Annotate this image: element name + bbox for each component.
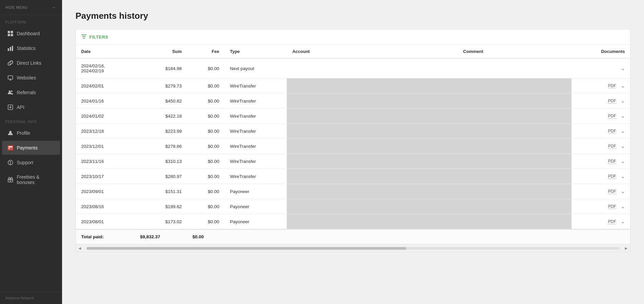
cell-fee: $0.00: [187, 139, 225, 154]
scroll-left-arrow[interactable]: ◀: [76, 246, 84, 250]
sidebar-item-profile[interactable]: Profile: [2, 126, 60, 140]
svg-rect-5: [10, 47, 11, 51]
payments-table: Date Sum Fee Type Account Comment Docume…: [76, 45, 630, 244]
cell-documents[interactable]: PDF⌄: [572, 109, 630, 124]
person-icon: [7, 130, 13, 136]
row-expand-chevron[interactable]: ⌄: [621, 83, 625, 88]
cell-fee: $0.00: [187, 94, 225, 109]
cell-account: [287, 139, 458, 154]
dashboard-icon: [7, 31, 13, 37]
sidebar-item-direct-links[interactable]: Direct Links: [2, 56, 60, 70]
cell-fee: $0.00: [187, 184, 225, 199]
row-expand-chevron[interactable]: ⌄: [621, 189, 625, 194]
payments-table-container: FILTERS Date Sum Fee Type Account Commen…: [75, 29, 631, 252]
pdf-link[interactable]: PDF: [608, 204, 616, 209]
cell-documents[interactable]: PDF⌄: [572, 124, 630, 139]
cell-sum: $422.18: [135, 109, 187, 124]
sidebar-item-statistics[interactable]: Statistics: [2, 41, 60, 55]
cell-date: 2023/12/18: [76, 124, 135, 139]
sidebar-item-dashboard[interactable]: Dashboard: [2, 26, 60, 41]
table-row: 2024/01/16$450.82$0.00WireTransferPDF⌄: [76, 94, 630, 109]
cell-comment: [458, 184, 572, 199]
cell-type: Payoneer: [224, 214, 287, 230]
cell-comment: [458, 58, 572, 78]
pdf-link[interactable]: PDF: [608, 129, 616, 134]
cell-documents: ⌄: [572, 58, 630, 78]
sidebar-item-payments[interactable]: Payments: [2, 141, 60, 155]
row-expand-chevron[interactable]: ⌄: [621, 219, 625, 224]
cell-documents[interactable]: PDF⌄: [572, 199, 630, 214]
cell-type: Next payout: [224, 58, 287, 78]
cell-date: 2023/08/01: [76, 214, 135, 230]
cell-type: WireTransfer: [224, 109, 287, 124]
filters-bar[interactable]: FILTERS: [76, 29, 630, 45]
cell-documents[interactable]: PDF⌄: [572, 94, 630, 109]
cell-sum: $184.98: [135, 58, 187, 78]
totals-label: Total paid:: [76, 229, 135, 244]
sidebar-item-websites[interactable]: Websites: [2, 71, 60, 85]
row-expand-chevron[interactable]: ⌄: [621, 98, 625, 104]
pdf-link[interactable]: PDF: [608, 189, 616, 194]
totals-fee: $0.00: [187, 229, 225, 244]
row-expand-chevron[interactable]: ⌄: [621, 66, 625, 71]
row-expand-chevron[interactable]: ⌄: [621, 128, 625, 134]
pdf-link[interactable]: PDF: [608, 99, 616, 104]
cell-date: 2024/01/02: [76, 109, 135, 124]
svg-rect-16: [8, 146, 12, 147]
scroll-track[interactable]: [87, 247, 620, 250]
cell-comment: [458, 214, 572, 230]
row-expand-chevron[interactable]: ⌄: [621, 204, 625, 209]
cell-fee: $0.00: [187, 58, 225, 78]
hide-menu-arrow-icon: ←: [52, 5, 57, 10]
cell-account: [287, 78, 458, 94]
cell-date: 2023/10/17: [76, 169, 135, 184]
pdf-link[interactable]: PDF: [608, 219, 616, 224]
row-expand-chevron[interactable]: ⌄: [621, 174, 625, 179]
cell-sum: $279.73: [135, 78, 187, 94]
cell-documents[interactable]: PDF⌄: [572, 78, 630, 94]
cell-sum: $223.99: [135, 124, 187, 139]
row-expand-chevron[interactable]: ⌄: [621, 159, 625, 164]
scroll-right-arrow[interactable]: ▶: [622, 246, 630, 250]
table-row: 2023/11/16$310.13$0.00WireTransferPDF⌄: [76, 154, 630, 169]
pdf-link[interactable]: PDF: [608, 114, 616, 119]
horizontal-scrollbar[interactable]: ◀ ▶: [76, 244, 630, 252]
gift-icon: [7, 177, 13, 183]
cell-date: 2023/08/16: [76, 199, 135, 214]
cell-comment: [458, 199, 572, 214]
cell-date: 2023/09/01: [76, 184, 135, 199]
pdf-link[interactable]: PDF: [608, 159, 616, 164]
cell-documents[interactable]: PDF⌄: [572, 214, 630, 230]
cell-account: [287, 154, 458, 169]
cell-documents[interactable]: PDF⌄: [572, 139, 630, 154]
sidebar-item-freebies[interactable]: Freebies & bonuses: [2, 170, 60, 189]
pdf-link[interactable]: PDF: [608, 174, 616, 179]
cell-account: [287, 199, 458, 214]
cell-documents[interactable]: PDF⌄: [572, 169, 630, 184]
cell-documents[interactable]: PDF⌄: [572, 184, 630, 199]
col-comment: Comment: [458, 45, 572, 58]
cell-comment: [458, 124, 572, 139]
pdf-link[interactable]: PDF: [608, 83, 616, 88]
col-documents: Documents: [572, 45, 630, 58]
cell-sum: $151.31: [135, 184, 187, 199]
payments-icon: [7, 145, 13, 151]
pdf-link[interactable]: PDF: [608, 144, 616, 149]
cell-documents[interactable]: PDF⌄: [572, 154, 630, 169]
sidebar: HIDE MENU ← PLATFORM Dashboard Statistic…: [0, 0, 62, 304]
personal-info-section-label: PERSONAL INFO: [0, 115, 62, 126]
cell-fee: $0.00: [187, 154, 225, 169]
sidebar-item-referrals[interactable]: Referrals: [2, 85, 60, 100]
hide-menu-button[interactable]: HIDE MENU ←: [0, 0, 62, 15]
cell-sum: $310.13: [135, 154, 187, 169]
row-expand-chevron[interactable]: ⌄: [621, 113, 625, 119]
sidebar-item-support[interactable]: Support: [2, 156, 60, 170]
table-row: 2023/08/16$199.62$0.00PayoneerPDF⌄: [76, 199, 630, 214]
main-content: Payments history FILTERS Date Sum Fee Ty…: [62, 0, 644, 304]
sidebar-item-statistics-label: Statistics: [17, 46, 36, 51]
sidebar-item-api[interactable]: API: [2, 100, 60, 114]
svg-rect-6: [12, 46, 13, 51]
cell-type: Payoneer: [224, 199, 287, 214]
sidebar-item-api-label: API: [17, 105, 24, 110]
row-expand-chevron[interactable]: ⌄: [621, 143, 625, 149]
